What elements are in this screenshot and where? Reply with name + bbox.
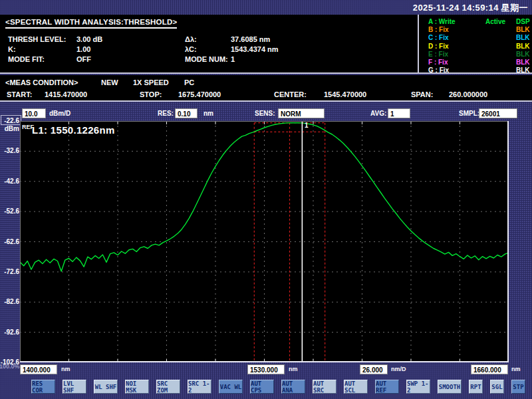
softkey-sgl[interactable]: SGL — [490, 380, 504, 394]
y-tick-label: -82.6 — [0, 298, 19, 305]
analysis-field-label: λC: — [185, 45, 197, 53]
trace-status: BLK — [516, 51, 530, 58]
smpl-label: SMPL: — [459, 110, 479, 117]
softkey-wl-shf[interactable]: WL SHF — [94, 380, 118, 394]
softkey-src-zom[interactable]: SRC ZOM — [156, 380, 180, 394]
x-center-input[interactable]: 1530.000 — [247, 364, 285, 374]
y-tick-label: -72.6 — [0, 268, 19, 275]
avg-label: AVG: — [370, 110, 386, 117]
spectrum-plot — [20, 121, 509, 362]
trace-status: BLK — [516, 59, 530, 66]
analysis-field-label: MODE NUM: — [185, 55, 228, 63]
x-scale-unit: nm/D — [391, 366, 406, 372]
analysis-field-label: K: — [8, 45, 16, 53]
meas-field-value: 260.000000 — [449, 90, 487, 98]
trace-status: BLK — [516, 26, 530, 33]
trace-name-state: F : Fix — [428, 59, 488, 66]
x-start-input[interactable]: 1400.000 — [20, 364, 57, 374]
header-strip: <SPECTRAL WIDTH ANALYSIS:THRESHOLD> THRE… — [0, 15, 532, 74]
trace-status: DSP — [516, 18, 530, 25]
y-axis-percent: 100.0% — [0, 363, 19, 370]
res-label: RES: — [158, 110, 174, 117]
meas-field-label: STOP: — [140, 90, 162, 98]
analysis-panel: <SPECTRAL WIDTH ANALYSIS:THRESHOLD> THRE… — [0, 15, 416, 72]
meas-title: <MEAS CONDITION> — [5, 78, 78, 86]
analysis-field-label: THRESH LEVEL: — [8, 35, 66, 43]
meas-field-value: 1415.470000 — [45, 90, 87, 98]
trace-name-state: D : Fix — [428, 43, 488, 50]
trace-name-state: G : Fix — [428, 66, 488, 74]
trace-active-label: Active — [485, 18, 505, 25]
softkey-aut-ref[interactable]: AUT REF — [375, 380, 399, 394]
marker-readout: L1: 1550.1226nm — [32, 124, 115, 136]
softkey-smooth[interactable]: SMOOTH — [438, 380, 462, 394]
meas-field-value: 1675.470000 — [178, 90, 221, 98]
softkey-noi-msk[interactable]: NOI MSK — [125, 380, 149, 394]
trace-name-state: C : Fix — [428, 34, 488, 41]
softkey-aut-scl[interactable]: AUT SCL — [344, 380, 368, 394]
meas-mode: NEW — [101, 78, 118, 86]
softkey-rpt[interactable]: RPT — [469, 380, 483, 394]
res-unit: nm — [203, 110, 213, 117]
trace-status: BLK — [516, 34, 530, 41]
softkey-stp[interactable]: STP — [511, 380, 525, 394]
analysis-title: <SPECTRAL WIDTH ANALYSIS:THRESHOLD> — [5, 18, 177, 29]
res-input[interactable]: 0.10 — [175, 108, 198, 118]
avg-input[interactable]: 1 — [388, 108, 410, 118]
meas-field-label: CENTER: — [274, 90, 307, 98]
x-scale-input[interactable]: 26.000 — [360, 364, 388, 374]
x-center-unit: nm — [289, 366, 298, 372]
y-tick-label: -92.6 — [0, 329, 19, 336]
softkey-swp-1-2[interactable]: SWP 1-2 — [406, 380, 430, 394]
sens-label: SENS: — [255, 110, 275, 117]
y-tick-label: -42.6 — [0, 178, 19, 185]
y-tick-label: -52.6 — [0, 207, 19, 215]
x-stop-input[interactable]: 1660.000 — [471, 364, 508, 374]
x-start-unit: nm — [61, 366, 70, 372]
trace-status: BLK — [516, 66, 530, 74]
softkey-aut-cps[interactable]: AUT CPS — [250, 380, 274, 394]
y-tick-label: -62.6 — [0, 238, 19, 245]
softkey-bar: RES CORLVL SHFWL SHFNOI MSKSRC ZOMSRC 1-… — [31, 380, 525, 394]
meas-speed: 1X SPEED — [133, 78, 169, 86]
softkey-vac-wl[interactable]: VAC WL — [219, 380, 243, 394]
analysis-field-value: 37.6085 nm — [231, 35, 270, 43]
meas-field-label: SPAN: — [411, 90, 433, 98]
y-tick-label: -32.6 — [0, 147, 19, 154]
softkey-res-cor[interactable]: RES COR — [31, 380, 55, 394]
analysis-field-value: 1.00 — [76, 45, 90, 53]
analysis-field-label: MODE FIT: — [8, 55, 45, 63]
meas-condition-panel: <MEAS CONDITION> NEW 1X SPEED PC START:1… — [0, 75, 532, 102]
trace-name-state: E : Fix — [428, 51, 488, 58]
meas-field-label: START: — [7, 90, 32, 98]
softkey-aut-ana[interactable]: AUT ANA — [281, 380, 305, 394]
sens-input[interactable]: NORM — [278, 108, 325, 118]
y-tick-label: -22.6 — [0, 117, 19, 124]
osa-screen: 2025-11-24 14:59:14 星期一 <SPECTRAL WIDTH … — [0, 0, 532, 399]
analysis-field-label: Δλ: — [185, 35, 197, 43]
trace-name-state: B : Fix — [428, 26, 488, 33]
trace-name-state: A : Write — [428, 18, 488, 25]
smpl-input[interactable]: 26001 — [479, 108, 517, 118]
datetime-display: 2025-11-24 14:59:14 星期一 — [413, 2, 528, 14]
meas-interface: PC — [184, 78, 194, 86]
analysis-field-value: OFF — [76, 55, 91, 63]
softkey-aut-src[interactable]: AUT SRC — [313, 380, 336, 394]
marker1-flag[interactable]: 1 — [305, 122, 309, 129]
meas-field-value: 1545.470000 — [324, 90, 366, 98]
trace-status: BLK — [516, 43, 530, 50]
softkey-src-1-2[interactable]: SRC 1-2 — [188, 380, 211, 394]
analysis-field-value: 1 — [231, 55, 235, 63]
analysis-field-value: 3.00 dB — [76, 35, 102, 43]
level-scale-input[interactable]: 10.0 — [22, 108, 46, 118]
x-stop-unit: nm — [511, 366, 521, 372]
softkey-lvl-shf[interactable]: LVL SHF — [63, 380, 86, 394]
trace-panel: A : WriteActiveDSPB : FixBLKC : FixBLKD … — [418, 15, 532, 72]
level-scale-unit: dBm/D — [49, 110, 70, 117]
y-axis-unit: dBm — [0, 125, 19, 132]
analysis-field-value: 1543.4374 nm — [231, 45, 279, 53]
